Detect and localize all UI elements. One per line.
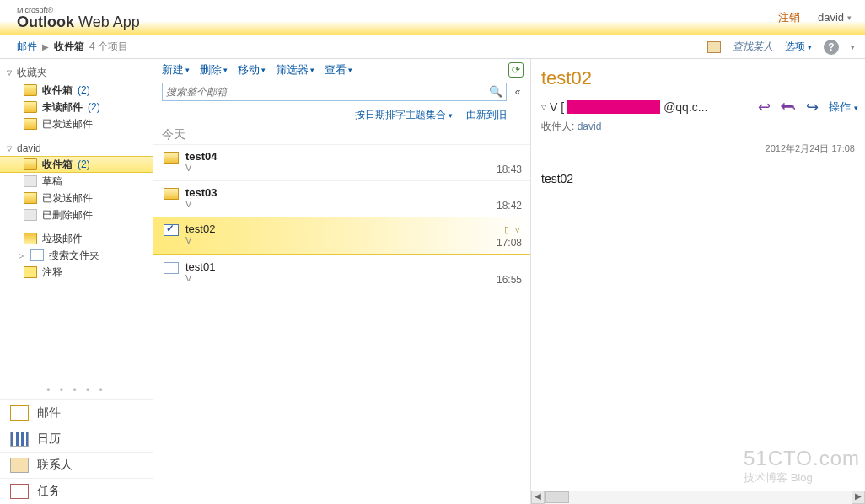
calendar-icon <box>10 432 29 447</box>
breadcrumb-root[interactable]: 邮件 <box>17 40 37 54</box>
message-row[interactable]: test02V▯ ▿17:08 <box>153 217 530 255</box>
find-person[interactable]: 查找某人 <box>733 40 773 54</box>
message-time: 16:55 <box>497 260 522 286</box>
breadcrumb-current: 收件箱 <box>54 40 84 54</box>
message-list: test04V18:43test03V18:42test02V▯ ▿17:08t… <box>153 144 530 504</box>
message-row[interactable]: test01V16:55 <box>153 255 530 291</box>
filter-button[interactable]: 筛选器▾ <box>276 62 314 78</box>
arrange-by[interactable]: 按日期排字主题集合 ▾ <box>355 108 453 122</box>
forward-icon[interactable]: ↪ <box>806 98 819 116</box>
actions-menu[interactable]: 操作 ▾ <box>829 99 858 115</box>
nav-fav-sent[interactable]: 已发送邮件 <box>0 115 153 132</box>
from-line: ▽ V [ @qq.c... ↩ ⮪ ↪ 操作 ▾ <box>541 98 858 116</box>
watermark: 51CTO.com 技术博客 Blog <box>744 447 860 485</box>
breadcrumb-right: 查找某人 选项▾ ?▾ <box>707 40 855 55</box>
nav-deleted[interactable]: 已删除邮件 <box>0 206 153 223</box>
reading-date: 2012年2月24日 17:08 <box>541 142 855 155</box>
message-from: V <box>185 163 497 173</box>
search-folder-icon <box>30 249 44 261</box>
expand-icon[interactable]: ▽ <box>541 104 546 111</box>
address-book-icon[interactable] <box>707 41 721 53</box>
from-redacted <box>567 100 660 114</box>
nav-grip[interactable]: • • • • • <box>0 381 153 399</box>
sent-icon <box>24 118 37 130</box>
search-input[interactable] <box>166 86 489 98</box>
reading-body: test02 <box>541 172 858 185</box>
nav-inbox[interactable]: 收件箱(2) <box>0 156 153 173</box>
search-row: 🔍 « <box>153 79 530 106</box>
tasks-icon <box>10 484 29 499</box>
message-subject: test04 <box>185 150 497 163</box>
from-suffix: @qq.c... <box>664 100 707 114</box>
user-menu[interactable]: david▾ <box>818 11 852 24</box>
message-time: 18:42 <box>497 186 522 212</box>
nav-fav-unread[interactable]: 未读邮件(2) <box>0 99 153 115</box>
logo: Microsoft® Outlook Web App <box>0 5 140 29</box>
nav-column: 收藏夹 收件箱(2) 未读邮件(2) 已发送邮件 david 收件箱(2) 草稿… <box>0 59 153 504</box>
message-list-column: 新建▾ 删除▾ 移动▾ 筛选器▾ 查看▾ ⟳ 🔍 « 按日期排字主题集合 ▾ 由… <box>153 59 531 504</box>
message-mid: test02V <box>185 223 497 249</box>
inbox-icon <box>24 158 37 170</box>
delete-button[interactable]: 删除▾ <box>200 62 228 78</box>
options-link[interactable]: 选项▾ <box>785 40 812 54</box>
nav-calendar[interactable]: 日历 <box>0 426 153 452</box>
message-subject: test03 <box>185 186 497 199</box>
message-subject: test01 <box>185 260 497 273</box>
collapse-icon <box>5 145 13 153</box>
item-count: 4 个项目 <box>89 40 128 54</box>
move-button[interactable]: 移动▾ <box>238 62 266 78</box>
message-row[interactable]: test04V18:43 <box>153 144 530 180</box>
inbox-icon <box>24 84 37 96</box>
breadcrumb-bar: 邮件 ▶ 收件箱 4 个项目 查找某人 选项▾ ?▾ <box>0 35 865 59</box>
signout-link[interactable]: 注销 <box>778 10 800 25</box>
reply-all-icon[interactable]: ⮪ <box>781 99 796 116</box>
favorites-header[interactable]: 收藏夹 <box>0 64 153 82</box>
folder-icon <box>24 101 37 113</box>
recipient-link[interactable]: david <box>578 121 602 132</box>
mail-icon <box>10 405 29 421</box>
search-scope-dropdown[interactable]: « <box>512 86 524 98</box>
nav-search-folders[interactable]: 搜索文件夹 <box>0 247 153 264</box>
contacts-icon <box>10 458 29 473</box>
scroll-left-button[interactable]: ◀ <box>531 491 545 504</box>
new-button[interactable]: 新建▾ <box>162 62 190 78</box>
main-columns: 收藏夹 收件箱(2) 未读邮件(2) 已发送邮件 david 收件箱(2) 草稿… <box>0 59 865 504</box>
search-icon[interactable]: 🔍 <box>489 85 502 99</box>
reading-subject: test02 <box>541 67 858 89</box>
sort-row: 按日期排字主题集合 ▾ 由新到旧 <box>153 106 530 126</box>
reply-icon[interactable]: ↩ <box>758 98 771 116</box>
nav-contacts[interactable]: 联系人 <box>0 452 153 478</box>
nav-junk[interactable]: 垃圾邮件 <box>0 230 153 247</box>
message-mid: test01V <box>185 260 497 286</box>
nav-notes[interactable]: 注释 <box>0 264 153 281</box>
message-right: 18:42 <box>497 186 522 212</box>
group-today: 今天 <box>153 126 530 144</box>
message-status-icon <box>164 262 179 274</box>
help-icon[interactable]: ? <box>824 40 839 55</box>
message-from: V <box>185 273 497 283</box>
scroll-thumb[interactable] <box>545 491 569 503</box>
message-right: 16:55 <box>497 260 522 286</box>
list-toolbar: 新建▾ 删除▾ 移动▾ 筛选器▾ 查看▾ ⟳ <box>153 59 530 79</box>
horizontal-scrollbar[interactable]: ◀ ▶ <box>531 491 865 504</box>
mailbox-header[interactable]: david <box>0 141 153 156</box>
message-flags[interactable]: ▯ ▿ <box>497 223 522 235</box>
scroll-right-button[interactable]: ▶ <box>852 491 865 504</box>
search-box: 🔍 <box>162 83 507 101</box>
message-row[interactable]: test03V18:42 <box>153 180 530 217</box>
message-status-icon <box>164 188 179 200</box>
view-button[interactable]: 查看▾ <box>325 62 352 78</box>
nav-mail[interactable]: 邮件 <box>0 399 153 426</box>
message-time: 17:08 <box>497 235 522 249</box>
nav-drafts[interactable]: 草稿 <box>0 173 153 190</box>
drafts-icon <box>24 175 37 187</box>
message-from: V <box>185 235 497 245</box>
logo-owa: Outlook Web App <box>17 14 140 29</box>
refresh-button[interactable]: ⟳ <box>508 62 524 78</box>
sort-order[interactable]: 由新到旧 <box>466 108 507 122</box>
nav-sent[interactable]: 已发送邮件 <box>0 190 153 206</box>
junk-icon <box>24 233 37 244</box>
nav-tasks[interactable]: 任务 <box>0 478 153 504</box>
message-mid: test04V <box>185 150 497 175</box>
nav-fav-inbox[interactable]: 收件箱(2) <box>0 82 153 99</box>
